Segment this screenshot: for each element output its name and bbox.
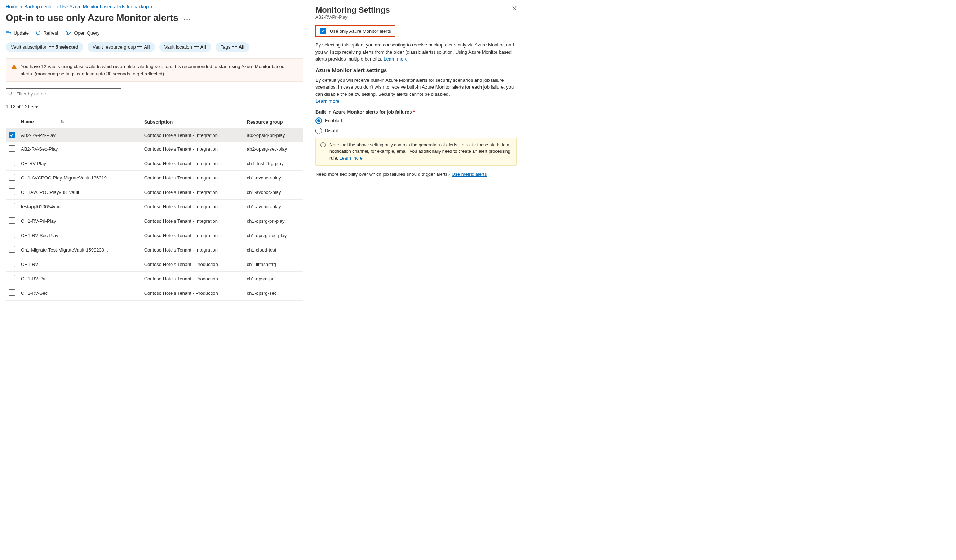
monitoring-settings-panel: Monitoring Settings AB2-RV-Pri-Play Use … [308,0,523,306]
checkbox-description: By selecting this option, you are consen… [315,41,517,63]
breadcrumb-item[interactable]: Home [6,4,18,9]
breadcrumb-item[interactable]: Backup center [24,4,54,9]
page-title: Opt-in to use only Azure Monitor alerts … [6,12,303,24]
use-azure-monitor-label: Use only Azure Monitor alerts [330,28,391,34]
table-row[interactable]: testappl010654vaultContoso Hotels Tenant… [6,200,303,214]
flex-text: Need more flexibility over which job fai… [315,171,517,178]
radio-disable[interactable]: Disable [315,127,517,134]
cell-subscription: Contoso Hotels Tenant - Integration [141,229,244,243]
panel-subtitle: AB2-RV-Pri-Play [315,15,517,20]
warning-text: You have 12 vaults using classic alerts … [20,63,298,77]
breadcrumb: Home›Backup center›Use Azure Monitor bas… [6,4,303,9]
table-row[interactable]: CH1-RV-SecContoso Hotels Tenant - Produc… [6,286,303,301]
section-description: By default you will receive built-in Azu… [315,77,517,105]
row-checkbox[interactable] [9,174,15,180]
cell-subscription: Contoso Hotels Tenant - Integration [141,171,244,185]
close-panel-button[interactable] [511,5,517,12]
table-row[interactable]: CH1-RV-PriContoso Hotels Tenant - Produc… [6,272,303,286]
row-checkbox[interactable] [9,217,15,224]
svg-point-0 [68,33,69,33]
radio-enabled-control[interactable] [315,118,322,124]
col-subscription[interactable]: Subscription [141,115,244,129]
row-checkbox[interactable] [9,275,15,281]
cell-name: CH1-RV-Sec-Play [18,229,141,243]
sort-icon[interactable] [60,119,64,125]
learn-more-link-3[interactable]: Learn more [340,156,363,161]
radio-enabled[interactable]: Enabled [315,118,517,124]
svg-point-1 [9,91,11,94]
use-azure-monitor-checkbox[interactable] [320,28,326,34]
cell-subscription: Contoso Hotels Tenant - Integration [141,243,244,257]
learn-more-link-2[interactable]: Learn more [315,98,339,104]
cell-name: CH1AVCPOCPlay9381vault [18,185,141,200]
cell-subscription: Contoso Hotels Tenant - Integration [141,185,244,200]
update-icon [6,30,11,36]
vaults-table: Name Subscription Resource group AB2-RV-… [6,115,303,301]
row-checkbox[interactable] [9,289,15,296]
refresh-button[interactable]: Refresh [35,30,60,36]
cell-name: Ch1-Migrate-Test-MigrateVault-1599230... [18,243,141,257]
section-heading: Azure Monitor alert settings [315,67,517,73]
table-row[interactable]: AB2-RV-Pri-PlayContoso Hotels Tenant - I… [6,129,303,142]
cell-rg: ch1-liftnshiftrg [244,257,303,272]
table-row[interactable]: CH1-AVCPOC-Play-MigrateVault-136319...Co… [6,171,303,185]
breadcrumb-separator: › [20,4,22,9]
cell-name: CH1-RV-Pri-Play [18,214,141,229]
filter-location[interactable]: Vault location == All [159,42,211,52]
table-row[interactable]: CH1-RV-Sec-PlayContoso Hotels Tenant - I… [6,229,303,243]
cell-rg: ab2-opsrg-pri-play [244,129,303,142]
table-row[interactable]: CH-RV-PlayContoso Hotels Tenant - Integr… [6,156,303,171]
row-checkbox[interactable] [9,160,15,166]
row-checkbox[interactable] [9,260,15,267]
checkmark-icon [321,29,325,33]
more-actions-button[interactable]: ... [184,14,192,22]
col-resource-group[interactable]: Resource group [244,115,303,129]
cell-name: CH1-RV-Sec [18,286,141,301]
query-icon [66,30,72,36]
table-row[interactable]: AB2-RV-Sec-PlayContoso Hotels Tenant - I… [6,142,303,156]
cell-name: AB2-RV-Pri-Play [18,129,141,142]
row-checkbox[interactable] [9,232,15,238]
cell-name: AB2-RV-Sec-Play [18,142,141,156]
cell-subscription: Contoso Hotels Tenant - Integration [141,142,244,156]
col-name[interactable]: Name [18,115,141,129]
table-row[interactable]: CH1AVCPOCPlay9381vaultContoso Hotels Ten… [6,185,303,200]
filter-subscription[interactable]: Vault subscription == 5 selected [6,42,83,52]
refresh-icon [35,30,41,36]
row-checkbox[interactable] [9,203,15,209]
filter-resource-group[interactable]: Vault resource group == All [88,42,155,52]
update-button[interactable]: Update [6,30,29,36]
info-banner: Note that the above setting only control… [315,138,517,166]
row-checkbox[interactable] [9,246,15,253]
cell-subscription: Contoso Hotels Tenant - Integration [141,200,244,214]
search-icon [8,91,13,96]
job-failures-field-label: Built-in Azure Monitor alerts for job fa… [315,109,517,115]
use-azure-monitor-checkbox-row[interactable]: Use only Azure Monitor alerts [315,25,395,37]
breadcrumb-separator: › [151,4,152,9]
filter-by-name-input[interactable] [6,88,121,99]
info-icon [320,142,326,148]
filter-tags[interactable]: Tags == All [215,42,250,52]
table-row[interactable]: Ch1-Migrate-Test-MigrateVault-1599230...… [6,243,303,257]
cell-subscription: Contoso Hotels Tenant - Production [141,272,244,286]
table-row[interactable]: CH1-RV-Pri-PlayContoso Hotels Tenant - I… [6,214,303,229]
cell-rg: ch1-opsrg-sec-play [244,229,303,243]
learn-more-link-1[interactable]: Learn more [384,56,407,62]
table-row[interactable]: CH1-RVContoso Hotels Tenant - Production… [6,257,303,272]
row-checkbox[interactable] [9,145,15,152]
cell-rg: ch1-opsrg-pri-play [244,214,303,229]
cell-rg: ch1-opsrg-sec [244,286,303,301]
radio-disable-control[interactable] [315,127,322,134]
items-count: 1-12 of 12 items [6,104,303,110]
warning-icon [11,64,17,69]
cell-subscription: Contoso Hotels Tenant - Integration [141,156,244,171]
row-checkbox[interactable] [9,132,15,138]
breadcrumb-item[interactable]: Use Azure Monitor based alerts for backu… [60,4,148,9]
checkmark-icon [10,133,14,137]
cell-rg: ch1-opsrg-pri [244,272,303,286]
use-metric-alerts-link[interactable]: Use metric alerts [452,171,487,177]
row-checkbox[interactable] [9,188,15,195]
panel-title: Monitoring Settings [315,5,517,15]
open-query-button[interactable]: Open Query [66,30,99,36]
cell-rg: ch1-avcpoc-play [244,171,303,185]
